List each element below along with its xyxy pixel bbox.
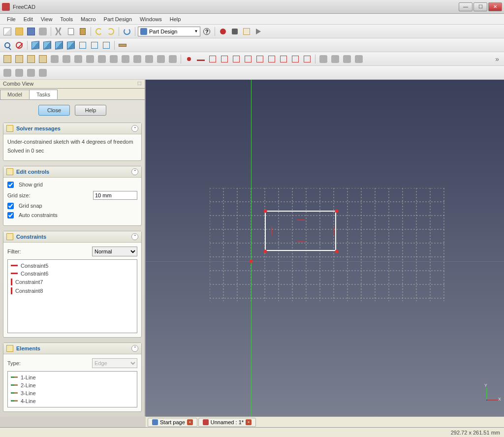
type-select[interactable]: Edge — [92, 358, 137, 368]
bottom-view-button[interactable] — [89, 40, 100, 51]
fit-view-button[interactable] — [2, 40, 13, 51]
macro-run-button[interactable] — [253, 26, 264, 37]
sketch-vertex[interactable] — [264, 250, 267, 253]
tab-startpage[interactable]: Start page × — [148, 418, 197, 427]
minimize-button[interactable]: — — [459, 2, 472, 11]
print-button[interactable] — [37, 26, 48, 37]
new-sketch-button[interactable] — [2, 54, 13, 64]
menu-partdesign[interactable]: Part Design — [100, 15, 136, 23]
menu-file[interactable]: File — [3, 15, 20, 23]
sketch-vertex[interactable] — [335, 210, 339, 213]
tab-model[interactable]: Model — [0, 90, 30, 99]
show-grid-checkbox[interactable] — [7, 182, 14, 188]
redo-icon — [107, 28, 114, 35]
macro-stop-button[interactable] — [229, 26, 240, 37]
macro-record-button[interactable] — [218, 26, 228, 37]
redo-button[interactable] — [105, 26, 116, 37]
select-haxis-button[interactable] — [26, 67, 36, 78]
save-button[interactable] — [26, 26, 36, 37]
menu-tools[interactable]: Tools — [56, 15, 77, 23]
draw-style-button[interactable] — [14, 40, 25, 51]
close-tab-button[interactable]: × — [246, 419, 252, 425]
leave-sketch-button[interactable] — [26, 54, 36, 64]
sketch-vertex[interactable] — [264, 210, 267, 213]
close-tab-button[interactable]: × — [187, 419, 193, 425]
3d-viewport[interactable]: — — — — Y X — [146, 80, 504, 416]
close-window-button[interactable]: ✕ — [488, 2, 502, 11]
pin-icon[interactable]: ⬚ — [137, 81, 142, 87]
menu-help[interactable]: Help — [166, 15, 185, 23]
grid-snap-checkbox[interactable] — [7, 203, 14, 209]
edit-sketch-button[interactable] — [14, 54, 25, 64]
open-button[interactable] — [14, 26, 25, 37]
origin-point[interactable] — [250, 260, 253, 263]
pad-button[interactable] — [49, 54, 60, 64]
grid-size-input[interactable] — [93, 191, 137, 200]
sketch-vertex[interactable] — [335, 250, 339, 253]
mirror-button[interactable] — [132, 54, 143, 64]
iso-view-button[interactable] — [30, 40, 41, 51]
sketch-polyline-button[interactable] — [231, 54, 242, 64]
constraint-vertical-button[interactable] — [342, 54, 352, 64]
sketch-circle-button[interactable] — [219, 54, 230, 64]
select-vaxis-button[interactable] — [14, 67, 25, 78]
chamfer-button[interactable] — [108, 54, 119, 64]
sketch-fillet-button[interactable] — [266, 54, 277, 64]
undo-button[interactable] — [94, 26, 104, 37]
macro-list-button[interactable] — [241, 26, 252, 37]
menu-edit[interactable]: Edit — [20, 15, 37, 23]
constraint-horizontal-button[interactable] — [353, 54, 364, 64]
front-view-button[interactable] — [42, 40, 53, 51]
right-view-button[interactable] — [65, 40, 76, 51]
collapse-button[interactable]: ⌃ — [131, 168, 138, 175]
left-view-button[interactable] — [101, 40, 112, 51]
sketch-rect-button[interactable] — [243, 54, 253, 64]
sketch-external-button[interactable] — [290, 54, 301, 64]
workbench-selector[interactable]: Part Design ▼ — [138, 27, 200, 36]
map-sketch-button[interactable] — [37, 54, 48, 64]
refresh-button[interactable] — [122, 26, 132, 37]
elements-list[interactable]: 1-Line 2-Line 3-Line 4-Line — [7, 371, 137, 407]
fillet-button[interactable] — [96, 54, 107, 64]
sketch-slot-button[interactable] — [254, 54, 265, 64]
constraint-pointonobj-button[interactable] — [330, 54, 341, 64]
measure-button[interactable] — [117, 40, 128, 51]
maximize-button[interactable]: ☐ — [473, 2, 487, 11]
auto-constraints-checkbox[interactable] — [7, 212, 14, 218]
draft-button[interactable] — [120, 54, 131, 64]
constraint-coincident-button[interactable] — [318, 54, 329, 64]
collapse-button[interactable]: ⌃ — [131, 125, 138, 132]
tab-unnamed[interactable]: Unnamed : 1* × — [198, 418, 256, 427]
tab-tasks[interactable]: Tasks — [29, 90, 58, 99]
help-button[interactable]: Help — [75, 105, 106, 116]
sketch-construction-button[interactable] — [302, 54, 313, 64]
sketch-arc-button[interactable] — [207, 54, 218, 64]
linear-pattern-button[interactable] — [144, 54, 155, 64]
multi-transform-button[interactable] — [167, 54, 178, 64]
menu-macro[interactable]: Macro — [77, 15, 100, 23]
polar-pattern-button[interactable] — [156, 54, 166, 64]
menu-windows[interactable]: Windows — [136, 15, 166, 23]
select-origin-button[interactable] — [2, 67, 13, 78]
copy-button[interactable] — [65, 26, 76, 37]
cut-button[interactable] — [54, 26, 64, 37]
collapse-button[interactable]: ⌃ — [131, 233, 138, 240]
filter-select[interactable]: Normal — [92, 247, 137, 256]
rear-view-button[interactable] — [77, 40, 88, 51]
sketch-point-button[interactable] — [184, 54, 194, 64]
collapse-button[interactable]: ⌃ — [131, 345, 138, 352]
constraints-list[interactable]: Constraint5 Constraint6 Constraint7 Cons… — [7, 259, 137, 333]
paste-button[interactable] — [77, 26, 88, 37]
groove-button[interactable] — [85, 54, 95, 64]
toolbar-overflow[interactable]: » — [495, 55, 502, 63]
sketch-line-button[interactable] — [195, 54, 206, 64]
sketch-trim-button[interactable] — [278, 54, 289, 64]
pocket-button[interactable] — [61, 54, 72, 64]
menu-view[interactable]: View — [37, 15, 57, 23]
top-view-button[interactable] — [54, 40, 64, 51]
new-button[interactable] — [2, 26, 13, 37]
close-button[interactable]: Close — [38, 105, 70, 116]
whatsthis-button[interactable]: ? — [201, 26, 212, 37]
revolve-button[interactable] — [73, 54, 84, 64]
close-shape-button[interactable] — [37, 67, 48, 78]
